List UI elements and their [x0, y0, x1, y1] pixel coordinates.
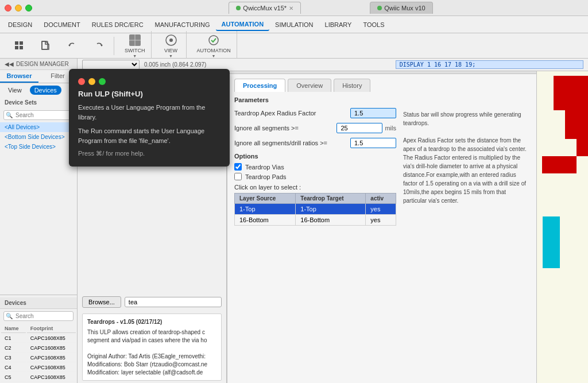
- tab-qwiccmux[interactable]: QwiccMux v15* ✕: [229, 2, 301, 14]
- switch-icon: [128, 33, 142, 47]
- td-tab-history[interactable]: History: [334, 79, 370, 92]
- td-tab-overview[interactable]: Overview: [288, 79, 331, 92]
- col-footprint-header: Footprint: [27, 324, 76, 333]
- layer-source-2: 16-Bottom: [235, 215, 296, 226]
- menu-document[interactable]: DOCUMENT: [38, 19, 86, 30]
- menu-rules[interactable]: RULES DRC/ERC: [86, 19, 149, 30]
- param-apex-input[interactable]: [350, 108, 396, 118]
- canvas-red-shape-3: [577, 139, 588, 156]
- param-ratio-label: Ignore all segments/drill ratios >=: [234, 140, 350, 146]
- checkbox-pads-row: Teardrop Pads: [234, 173, 396, 180]
- param-ignore-seg-label: Ignore all segments >=: [234, 125, 336, 131]
- menu-tools[interactable]: TOOLS: [357, 19, 390, 30]
- tab-qwiicmux2[interactable]: Qwiic Mux v10: [370, 2, 433, 14]
- switch-button[interactable]: SWITCH ▼: [121, 31, 149, 60]
- tooltip-body2: The Run command starts the User Language…: [78, 126, 220, 145]
- svg-rect-1: [20, 41, 23, 45]
- dm-subtab-view[interactable]: View: [3, 86, 26, 95]
- param-ignore-seg-unit: mils: [385, 125, 396, 131]
- tab-close-icon[interactable]: ✕: [289, 5, 293, 11]
- table-row[interactable]: C3CAPC1608X85: [1, 354, 76, 362]
- dm-search-device-sets: 🔍: [3, 110, 74, 120]
- svg-rect-2: [15, 46, 18, 49]
- click-label: Click on layer to select :: [234, 184, 396, 191]
- layer-row[interactable]: 1-Top 1-Top yes: [235, 204, 396, 215]
- switch-dropdown-icon: ▼: [133, 54, 137, 58]
- svg-rect-3: [20, 46, 23, 49]
- grid-icon: [13, 39, 26, 53]
- close-button[interactable]: [5, 5, 11, 11]
- table-row[interactable]: C1CAPC1608X85: [1, 334, 76, 343]
- automation-button[interactable]: AUTOMATION ▼: [194, 31, 234, 60]
- cell-name: C1: [1, 334, 26, 343]
- menu-automation[interactable]: AUTOMATION: [216, 18, 270, 31]
- param-ratio-input[interactable]: [350, 138, 396, 148]
- design-manager-tabs: Browser Filter: [0, 70, 77, 83]
- app-grid-button[interactable]: [7, 37, 32, 55]
- cell-fp: CAPC1608X85: [27, 363, 76, 372]
- checkbox-pads[interactable]: [234, 173, 242, 180]
- tooltip-maximize[interactable]: [99, 78, 106, 85]
- view-dropdown-icon: ▼: [169, 54, 173, 58]
- td-content: Parameters Teardrop Apex Radius Factor I…: [227, 92, 536, 383]
- table-row[interactable]: C4CAPC1608X85: [1, 363, 76, 372]
- td-tabs: Processing Overview History: [227, 74, 536, 92]
- dm-subtab-devices[interactable]: Devices: [30, 86, 61, 95]
- param-apex-label: Teardrop Apex Radius Factor: [234, 110, 350, 117]
- devices-section-header: Devices: [0, 297, 77, 309]
- checkbox-vias[interactable]: [234, 163, 242, 171]
- tooltip-close[interactable]: [78, 78, 85, 85]
- layer-row[interactable]: 16-Bottom 16-Bottom yes: [235, 215, 396, 226]
- cell-name: C5: [1, 373, 26, 382]
- ulp-browse-row: Browse...: [78, 293, 226, 311]
- checkbox-vias-label: Teardrop Vias: [245, 164, 284, 171]
- dm-search-devices-input[interactable]: [3, 311, 74, 321]
- dm-list-item-bottom[interactable]: <Bottom Side Devices>: [0, 132, 77, 142]
- file-button[interactable]: [33, 37, 59, 55]
- undo-button[interactable]: [60, 37, 85, 55]
- traffic-lights[interactable]: [5, 5, 32, 11]
- dm-tab-browser[interactable]: Browser: [0, 70, 38, 83]
- dm-search-devices: 🔍: [3, 311, 74, 321]
- maximize-button[interactable]: [25, 5, 32, 11]
- menu-simulation[interactable]: SIMULATION: [269, 19, 319, 30]
- col-name-header: Name: [1, 324, 26, 333]
- dm-list-item-top[interactable]: <Top Side Devices>: [0, 142, 77, 152]
- menu-design[interactable]: DESIGN: [2, 19, 38, 30]
- dm-search-input[interactable]: [3, 110, 74, 120]
- ulp-search-input[interactable]: [125, 297, 222, 307]
- canvas-blue-bar: [543, 216, 560, 268]
- devices-table: Name Footprint C1CAPC1608X85 C2CAPC1608X…: [0, 323, 77, 383]
- menu-manufacturing[interactable]: MANUFACTURING: [149, 19, 216, 30]
- view-icon: [164, 33, 178, 47]
- tooltip-box: Run ULP (Shift+U) Executes a User Langua…: [69, 69, 230, 167]
- design-manager-panel: ◀◀ DESIGN MANAGER Browser Filter View De…: [0, 59, 78, 383]
- automation-dropdown-icon: ▼: [212, 54, 216, 58]
- view-button[interactable]: VIEW ▼: [158, 31, 184, 60]
- dm-list-item-all[interactable]: <All Devices>: [0, 122, 77, 132]
- toolbar-group-switch: SWITCH ▼: [119, 31, 152, 60]
- canvas-select[interactable]: [82, 60, 140, 69]
- tooltip-minimize[interactable]: [88, 78, 95, 85]
- table-row[interactable]: C2CAPC1608X85: [1, 344, 76, 353]
- options-label: Options: [234, 153, 396, 160]
- param-ignore-seg-input[interactable]: [336, 123, 382, 133]
- toolbar: SWITCH ▼ VIEW ▼ AUTOMATION ▼: [0, 33, 588, 59]
- table-row[interactable]: C5CAPC1608X85: [1, 373, 76, 382]
- layer-source-1: 1-Top: [235, 204, 296, 215]
- param-ratio-row: Ignore all segments/drill ratios >=: [234, 138, 396, 148]
- menu-library[interactable]: LIBRARY: [319, 19, 358, 30]
- layer-target-1: 1-Top: [296, 204, 366, 215]
- layer-table: Layer Source Teardrop Target activ 1-Top…: [234, 193, 396, 226]
- menu-bar: DESIGN DOCUMENT RULES DRC/ERC MANUFACTUR…: [0, 16, 588, 33]
- canvas-red-shape-1: [554, 76, 588, 110]
- browse-button[interactable]: Browse...: [82, 296, 121, 308]
- td-tab-processing[interactable]: Processing: [234, 79, 285, 92]
- design-manager-title: DESIGN MANAGER: [16, 61, 69, 67]
- minimize-button[interactable]: [15, 5, 22, 11]
- switch-label: SWITCH: [125, 48, 145, 53]
- file-icon: [39, 39, 53, 53]
- params-label: Parameters: [234, 96, 396, 103]
- canvas-command-input[interactable]: [396, 60, 583, 69]
- redo-button[interactable]: [86, 37, 111, 55]
